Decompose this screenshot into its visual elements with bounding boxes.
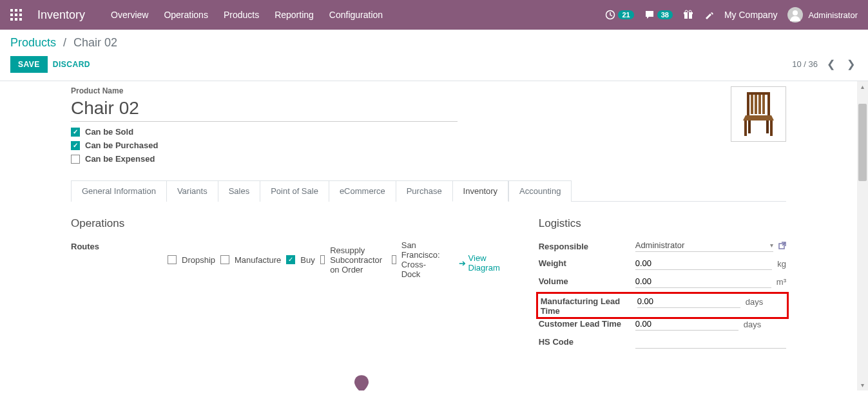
svg-rect-20	[758, 95, 761, 114]
breadcrumb: Products / Chair 02	[10, 36, 117, 50]
route-manufacture-label: Manufacture	[235, 255, 281, 265]
pager-next-icon[interactable]: ❯	[844, 55, 858, 73]
logistics-title: Logistics	[539, 217, 786, 230]
external-link-icon[interactable]	[778, 242, 786, 251]
discard-button[interactable]: DISCARD	[53, 60, 90, 69]
messages-icon[interactable]: 38	[644, 10, 673, 20]
svg-rect-24	[770, 120, 773, 136]
route-crossdock-label: San Francisco: Cross-Dock	[401, 240, 445, 279]
svg-rect-18	[751, 95, 753, 114]
mlt-unit: days	[746, 297, 763, 307]
breadcrumb-current: Chair 02	[73, 36, 117, 49]
weight-input[interactable]	[635, 257, 773, 270]
clt-label: Customer Lead Time	[539, 318, 635, 329]
svg-rect-26	[766, 120, 769, 133]
weight-label: Weight	[539, 257, 635, 268]
logistics-section: Logistics Responsible Administrator ▾	[539, 217, 786, 354]
svg-rect-0	[10, 9, 13, 12]
svg-point-15	[793, 10, 798, 15]
tools-icon[interactable]	[704, 10, 714, 20]
view-diagram-link[interactable]: ➔ View Diagram	[459, 253, 500, 273]
scroll-up-icon[interactable]: ▴	[857, 81, 868, 92]
company-name[interactable]: My Company	[724, 10, 777, 20]
responsible-label: Responsible	[539, 240, 635, 251]
user-name: Administrator	[808, 10, 858, 20]
route-dropship-label: Dropship	[182, 255, 215, 265]
svg-rect-22	[747, 92, 770, 95]
breadcrumb-root[interactable]: Products	[10, 36, 56, 49]
product-name-label: Product Name	[71, 86, 458, 95]
pager-position[interactable]: 10 / 36	[792, 59, 818, 69]
save-button[interactable]: SAVE	[10, 56, 48, 73]
apps-icon[interactable]	[10, 9, 22, 21]
form-sheet: Product Name Can be Sold Can be Purchase…	[0, 81, 857, 390]
can-be-expensed-checkbox[interactable]	[71, 155, 80, 164]
operations-title: Operations	[71, 217, 500, 230]
menu-operations[interactable]: Operations	[164, 10, 207, 20]
menu-overview[interactable]: Overview	[111, 10, 148, 20]
responsible-value: Administrator	[635, 240, 765, 250]
menu-reporting[interactable]: Reporting	[275, 10, 314, 20]
svg-rect-7	[15, 18, 17, 21]
volume-label: Volume	[539, 275, 635, 286]
route-buy-checkbox[interactable]	[286, 255, 295, 264]
svg-rect-1	[15, 9, 17, 12]
svg-rect-19	[755, 95, 757, 114]
svg-rect-16	[747, 92, 749, 115]
clt-input[interactable]	[635, 318, 738, 331]
tab-point-of-sale[interactable]: Point of Sale	[260, 180, 329, 202]
vertical-scrollbar[interactable]: ▴ ▾	[857, 81, 868, 390]
product-name-input[interactable]	[71, 95, 458, 122]
messages-badge: 38	[657, 10, 673, 19]
tab-accounting[interactable]: Accounting	[508, 180, 572, 202]
route-manufacture-checkbox[interactable]	[220, 255, 229, 264]
routes-label: Routes	[71, 240, 168, 251]
volume-input[interactable]	[635, 275, 771, 288]
user-menu[interactable]: Administrator	[787, 7, 858, 23]
tab-ecommerce[interactable]: eCommerce	[329, 180, 396, 202]
svg-rect-2	[19, 9, 22, 12]
can-be-purchased-label: Can be Purchased	[85, 140, 158, 150]
tab-variants[interactable]: Variants	[166, 180, 218, 202]
route-crossdock-checkbox[interactable]	[392, 255, 396, 264]
tab-sales[interactable]: Sales	[218, 180, 260, 202]
manufacturing-lead-time-highlight: Manufacturing Lead Time days	[536, 292, 789, 319]
scrollbar-thumb[interactable]	[858, 104, 867, 181]
svg-rect-17	[767, 92, 770, 115]
activity-icon[interactable]: 21	[605, 10, 633, 20]
can-be-sold-checkbox[interactable]	[71, 128, 80, 137]
svg-rect-3	[10, 14, 13, 16]
can-be-expensed-label: Can be Expensed	[85, 154, 155, 164]
responsible-select[interactable]: Administrator ▾	[635, 240, 773, 252]
tab-purchase[interactable]: Purchase	[396, 180, 452, 202]
menu-configuration[interactable]: Configuration	[329, 10, 383, 20]
mlt-input[interactable]	[637, 295, 740, 308]
can-be-purchased-checkbox[interactable]	[71, 141, 80, 150]
svg-rect-23	[744, 120, 747, 136]
gift-icon[interactable]	[683, 10, 693, 20]
product-image[interactable]	[731, 86, 786, 142]
volume-unit: m³	[776, 277, 786, 287]
pager-prev-icon[interactable]: ❮	[824, 55, 838, 73]
top-nav: Inventory Overview Operations Products R…	[0, 0, 868, 30]
tabs: General Information Variants Sales Point…	[71, 180, 786, 202]
map-pin-icon	[354, 375, 369, 390]
tab-general-information[interactable]: General Information	[71, 180, 166, 202]
chevron-down-icon: ▾	[770, 242, 773, 249]
svg-rect-21	[762, 95, 765, 114]
scroll-down-icon[interactable]: ▾	[857, 380, 868, 390]
hs-code-input[interactable]	[635, 336, 786, 349]
weight-unit: kg	[777, 259, 786, 269]
tab-inventory[interactable]: Inventory	[452, 180, 508, 202]
route-dropship-checkbox[interactable]	[168, 255, 177, 264]
avatar-icon	[787, 7, 803, 23]
svg-rect-4	[15, 14, 17, 16]
clt-unit: days	[744, 320, 761, 329]
activity-badge: 21	[618, 10, 633, 19]
mlt-label: Manufacturing Lead Time	[541, 295, 637, 316]
svg-rect-25	[748, 120, 751, 133]
route-resupply-checkbox[interactable]	[320, 255, 325, 264]
main-menu: Overview Operations Products Reporting C…	[111, 10, 605, 20]
app-title[interactable]: Inventory	[37, 8, 85, 22]
menu-products[interactable]: Products	[224, 10, 259, 20]
